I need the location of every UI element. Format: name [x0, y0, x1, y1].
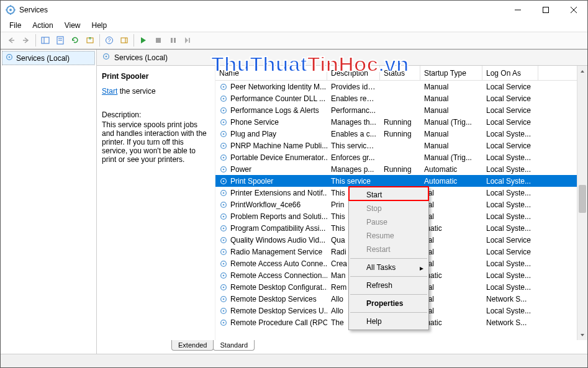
scroll-down-icon[interactable] [577, 330, 587, 340]
gear-icon [219, 271, 228, 280]
close-button[interactable] [559, 1, 587, 19]
service-logon: Network S... [482, 318, 538, 327]
svg-point-47 [223, 204, 225, 205]
svg-point-53 [223, 239, 225, 241]
table-row[interactable]: Performance Counter DLL ...Enables rem..… [215, 92, 587, 104]
gear-icon [219, 118, 228, 127]
list-header: Name Description Status Startup Type Log… [215, 66, 587, 81]
col-startup-type[interactable]: Startup Type [420, 66, 482, 80]
menu-file[interactable]: File [4, 20, 26, 31]
menu-view[interactable]: View [60, 20, 86, 31]
properties-button[interactable] [53, 34, 67, 47]
svg-rect-21 [189, 38, 190, 43]
table-row[interactable]: PowerManages p...RunningAutomaticLocal S… [215, 163, 587, 175]
svg-point-31 [223, 109, 225, 111]
col-status[interactable]: Status [380, 66, 420, 80]
gear-icon [219, 177, 228, 186]
menu-help[interactable]: Help [87, 20, 112, 31]
start-service-link[interactable]: Start [102, 87, 117, 96]
svg-point-23 [9, 56, 11, 58]
svg-point-25 [106, 56, 107, 58]
svg-point-59 [223, 274, 225, 276]
table-row[interactable]: Print SpoolerThis serviceAutomaticLocal … [215, 175, 587, 187]
col-name[interactable]: Name [215, 66, 327, 80]
table-row[interactable]: Phone ServiceManages th...RunningManual … [215, 116, 587, 128]
start-service-row: Start the service [102, 87, 210, 96]
right-pane: Services (Local) Print Spooler Start the… [97, 50, 587, 354]
start-service-button[interactable] [137, 34, 150, 47]
view-tabs: Extended Standard [97, 340, 587, 354]
ctx-stop[interactable]: Stop [349, 202, 428, 215]
ctx-help[interactable]: Help [349, 315, 428, 328]
minimize-button[interactable] [504, 1, 531, 19]
scroll-thumb[interactable] [579, 185, 586, 213]
service-logon: Local Syste... [482, 130, 538, 138]
service-name: Remote Desktop Configurat... [230, 283, 327, 292]
statusbar [1, 354, 587, 367]
col-log-on-as[interactable]: Log On As [482, 66, 538, 80]
svg-point-65 [223, 310, 225, 312]
ctx-properties[interactable]: Properties [349, 297, 428, 310]
table-row[interactable]: Plug and PlayEnables a c...RunningManual… [215, 128, 587, 140]
service-startup: Manual [420, 94, 482, 103]
service-desc: Enables a c... [327, 130, 380, 138]
service-logon: Local Syste... [482, 271, 538, 280]
service-status: Running [380, 130, 420, 138]
refresh-button[interactable] [68, 34, 82, 47]
pause-service-button[interactable] [166, 34, 180, 47]
service-desc: This service ... [327, 141, 380, 150]
svg-text:?: ? [107, 37, 111, 43]
vertical-scrollbar[interactable] [577, 66, 587, 340]
show-hide-tree-button[interactable] [38, 34, 52, 47]
service-logon: Local Service [482, 236, 538, 245]
ctx-pause[interactable]: Pause [349, 215, 428, 229]
ctx-restart[interactable]: Restart [349, 243, 428, 256]
table-row[interactable]: Performance Logs & AlertsPerformanc...Ma… [215, 104, 587, 116]
service-name: Problem Reports and Soluti... [230, 212, 327, 221]
ctx-start[interactable]: Start [349, 188, 428, 202]
scroll-up-icon[interactable] [577, 66, 587, 76]
ctx-separator [350, 258, 427, 259]
service-name: Remote Desktop Services U... [230, 307, 327, 315]
svg-rect-8 [42, 37, 49, 43]
svg-point-51 [223, 227, 225, 229]
gear-icon [219, 83, 228, 91]
service-startup: Automatic [420, 165, 482, 174]
service-startup: ual [420, 189, 482, 197]
forward-button[interactable] [19, 34, 33, 47]
stop-service-button[interactable] [152, 34, 165, 47]
tree-root-node[interactable]: Services (Local) [2, 51, 95, 65]
service-name: Performance Counter DLL ... [230, 94, 325, 103]
service-logon: Local Service [482, 83, 538, 91]
service-logon: Local Syste... [482, 307, 538, 315]
restart-service-button[interactable] [181, 34, 195, 47]
service-startup: ual [420, 200, 482, 209]
service-logon: Local Service [482, 106, 538, 115]
back-button[interactable] [4, 34, 18, 47]
service-startup: Manual [420, 141, 482, 150]
service-name: Remote Access Connection... [230, 271, 327, 280]
table-row[interactable]: PNRP Machine Name Publi...This service .… [215, 140, 587, 151]
maximize-button[interactable] [531, 1, 559, 19]
export-button[interactable] [83, 34, 97, 47]
col-description[interactable]: Description [327, 66, 380, 80]
show-hide-action-button[interactable] [117, 34, 131, 47]
ctx-resume[interactable]: Resume [349, 229, 428, 243]
service-startup: ual [420, 236, 482, 245]
tab-extended[interactable]: Extended [171, 340, 214, 351]
gear-icon [219, 106, 228, 115]
ctx-all-tasks[interactable]: All Tasks▸ [349, 261, 428, 274]
detail-pane: Print Spooler Start the service Descript… [97, 66, 215, 340]
window-title: Services [19, 6, 48, 14]
table-row[interactable]: Peer Networking Identity M...Provides id… [215, 81, 587, 92]
ctx-refresh[interactable]: Refresh [349, 279, 428, 292]
scroll-track[interactable] [577, 76, 587, 330]
service-desc: Manages p... [327, 165, 380, 174]
start-suffix: the service [117, 87, 155, 96]
menu-action[interactable]: Action [27, 20, 58, 31]
tab-standard[interactable]: Standard [213, 340, 255, 351]
services-window: Services File Action View Help ? [0, 0, 588, 368]
help-button[interactable]: ? [102, 34, 116, 47]
table-row[interactable]: Portable Device Enumerator...Enforces gr… [215, 151, 587, 163]
svg-point-27 [223, 86, 225, 88]
